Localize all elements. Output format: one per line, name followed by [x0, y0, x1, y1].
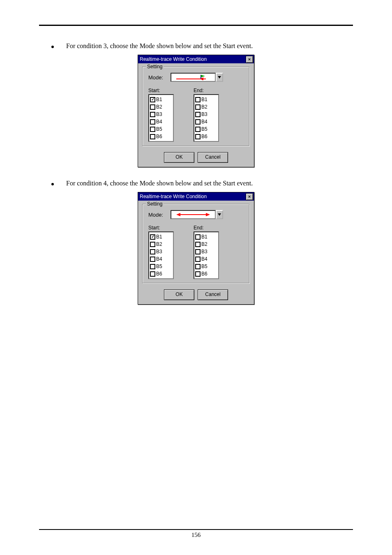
start-label: Start:	[148, 88, 174, 93]
checkbox-icon[interactable]	[150, 119, 155, 125]
list-item[interactable]: B3	[150, 111, 172, 118]
page-number: 156	[39, 532, 353, 539]
paragraph-condition-4: For condition 4, choose the Mode shown b…	[39, 180, 353, 187]
groupbox-legend: Setting	[146, 201, 164, 207]
checkbox-icon[interactable]	[195, 234, 201, 240]
cancel-button[interactable]: Cancel	[198, 152, 228, 163]
start-end-columns: Start: ✓B1B2B3B4B5B6 End: B1B2B3B4B5B6	[148, 88, 245, 142]
checkbox-icon[interactable]	[150, 104, 155, 110]
svg-marker-7	[206, 213, 210, 216]
realtime-trace-dialog: Realtime-trace Write Condition × Setting…	[138, 55, 254, 167]
bullet-icon	[51, 183, 54, 185]
list-item[interactable]: B5	[195, 263, 217, 270]
list-item[interactable]: B4	[150, 255, 172, 263]
end-label: End:	[194, 225, 219, 231]
list-item[interactable]: B5	[150, 263, 172, 270]
start-listbox[interactable]: ✓B1B2B3B4B5B6	[148, 231, 174, 279]
ok-button[interactable]: OK	[164, 152, 194, 163]
list-item-label: B2	[156, 240, 162, 248]
checkbox-icon[interactable]	[150, 242, 155, 247]
paragraph-text: For condition 3, choose the Mode shown b…	[66, 42, 253, 50]
list-item-label: B4	[201, 255, 208, 263]
checkbox-icon[interactable]	[195, 97, 201, 102]
list-item-label: B4	[156, 255, 162, 263]
list-item[interactable]: B3	[150, 248, 172, 255]
dialog-title: Realtime-trace Write Condition	[140, 194, 207, 199]
end-listbox[interactable]: B1B2B3B4B5B6	[194, 94, 219, 142]
list-item[interactable]: B6	[150, 133, 172, 140]
checkbox-icon[interactable]: ✓	[150, 97, 155, 102]
list-item[interactable]: B2	[150, 103, 172, 111]
list-item-label: B6	[201, 133, 208, 140]
list-item-label: B3	[156, 248, 162, 255]
checkbox-icon[interactable]	[150, 112, 155, 117]
checkbox-icon[interactable]	[150, 127, 155, 132]
end-listbox[interactable]: B1B2B3B4B5B6	[194, 231, 219, 279]
list-item[interactable]: B4	[195, 255, 217, 263]
list-item[interactable]: B4	[195, 118, 217, 125]
checkbox-icon[interactable]	[195, 112, 201, 117]
list-item-label: B6	[156, 270, 162, 278]
mode-label: Mode:	[148, 212, 163, 218]
list-item-label: B1	[201, 233, 208, 240]
list-item-label: B5	[201, 125, 208, 133]
checkbox-icon[interactable]	[150, 134, 155, 139]
dialog-button-row: OK Cancel	[138, 150, 254, 167]
checkbox-icon[interactable]	[195, 249, 201, 254]
list-item-label: B2	[201, 240, 208, 248]
checkbox-icon[interactable]	[150, 264, 155, 269]
svg-marker-6	[176, 213, 180, 216]
list-item-label: B6	[156, 133, 162, 140]
checkbox-icon[interactable]	[150, 271, 155, 277]
checkbox-icon[interactable]	[195, 119, 201, 125]
list-item[interactable]: ✓B1	[150, 96, 172, 103]
list-item-label: B2	[156, 103, 162, 111]
checkbox-icon[interactable]	[195, 134, 201, 139]
dialog-titlebar[interactable]: Realtime-trace Write Condition ×	[138, 55, 254, 63]
top-horizontal-rule	[39, 25, 353, 26]
mode-3-icon	[175, 74, 212, 80]
list-item[interactable]: B5	[195, 125, 217, 133]
checkbox-icon[interactable]	[195, 104, 201, 110]
checkbox-icon[interactable]	[195, 264, 201, 269]
checkbox-icon[interactable]	[150, 257, 155, 262]
end-label: End:	[194, 88, 219, 93]
list-item-label: B3	[156, 111, 162, 118]
setting-groupbox: Setting Mode:	[142, 204, 250, 284]
list-item-label: B3	[201, 111, 208, 118]
list-item[interactable]: B2	[195, 240, 217, 248]
mode-combo[interactable]	[171, 210, 223, 219]
mode-label: Mode:	[148, 74, 163, 81]
realtime-trace-dialog: Realtime-trace Write Condition × Setting…	[138, 192, 254, 305]
list-item[interactable]: B1	[195, 233, 217, 240]
list-item[interactable]: B6	[150, 270, 172, 278]
dialog-titlebar[interactable]: Realtime-trace Write Condition ×	[138, 192, 254, 201]
start-label: Start:	[148, 225, 174, 231]
checkbox-icon[interactable]	[195, 271, 201, 277]
combo-dropdown-arrow-icon[interactable]	[216, 73, 223, 82]
list-item[interactable]: B3	[195, 248, 217, 255]
mode-combo[interactable]	[171, 73, 223, 82]
list-item[interactable]: B6	[195, 270, 217, 278]
paragraph-text: For condition 4, choose the Mode shown b…	[66, 180, 253, 187]
checkbox-icon[interactable]	[195, 242, 201, 247]
list-item[interactable]: B1	[195, 96, 217, 103]
checkbox-icon[interactable]: ✓	[150, 234, 155, 240]
list-item[interactable]: B2	[150, 240, 172, 248]
list-item[interactable]: B5	[150, 125, 172, 133]
list-item[interactable]: B4	[150, 118, 172, 125]
list-item[interactable]: B6	[195, 133, 217, 140]
close-icon[interactable]: ×	[246, 56, 253, 63]
close-icon[interactable]: ×	[246, 193, 253, 200]
list-item[interactable]: B2	[195, 103, 217, 111]
start-listbox[interactable]: ✓B1B2B3B4B5B6	[148, 94, 174, 142]
list-item[interactable]: ✓B1	[150, 233, 172, 240]
checkbox-icon[interactable]	[195, 257, 201, 262]
checkbox-icon[interactable]	[195, 127, 201, 132]
bottom-horizontal-rule	[39, 529, 353, 530]
cancel-button[interactable]: Cancel	[198, 289, 228, 300]
checkbox-icon[interactable]	[150, 249, 155, 254]
ok-button[interactable]: OK	[164, 289, 194, 300]
list-item[interactable]: B3	[195, 111, 217, 118]
combo-dropdown-arrow-icon[interactable]	[216, 210, 223, 219]
